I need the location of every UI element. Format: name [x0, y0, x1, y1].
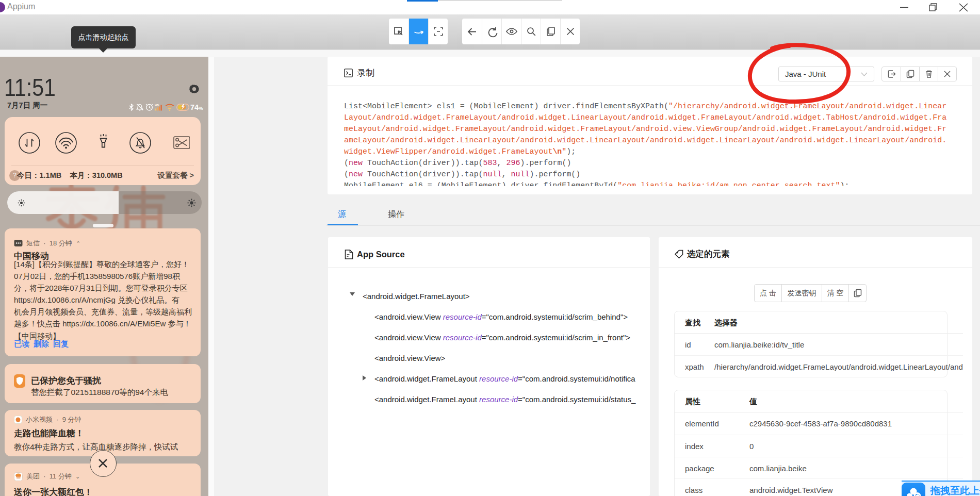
svg-text:HD: HD: [155, 104, 159, 107]
